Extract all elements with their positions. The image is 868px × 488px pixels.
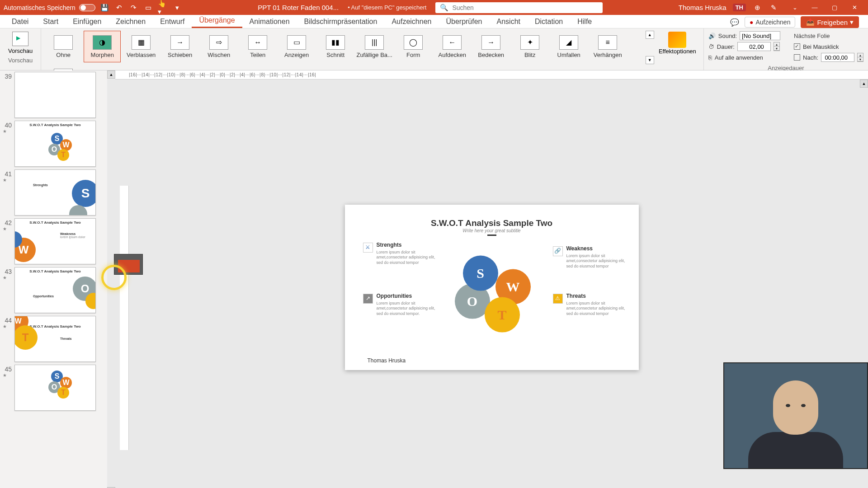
slide-subtitle[interactable]: Write here your great subtitle: [363, 228, 621, 236]
gallery-scroll-down[interactable]: ▼: [646, 56, 654, 64]
trans-morphen[interactable]: ◑Morphen: [84, 31, 121, 62]
trans-schnitt[interactable]: ▮▮Schnitt: [317, 31, 354, 62]
group-timing: 🔊Sound: ⏱Dauer: ▲▼ ⎘Auf alle anwenden Nä…: [704, 28, 868, 70]
trans-zufaellig[interactable]: |||Zufällige Ba...: [356, 31, 393, 62]
tab-ansicht[interactable]: Ansicht: [490, 15, 528, 28]
thumb-num-44: 44: [3, 316, 12, 324]
tab-uebergaenge[interactable]: Übergänge: [192, 14, 242, 28]
editor-scroll-up[interactable]: ▲: [860, 80, 868, 88]
thumb-num-42: 42: [3, 218, 12, 226]
on-click-checkbox[interactable]: [794, 43, 800, 50]
thumb-43[interactable]: S.W.O.T Analysis Sample TwoOpportunities…: [14, 267, 96, 313]
after-up[interactable]: ▲: [858, 53, 863, 57]
save-icon[interactable]: 💾: [100, 3, 110, 13]
thumb-42[interactable]: S.W.O.T Analysis Sample TwoWeaknesslorem…: [14, 218, 96, 264]
swot-s-circle[interactable]: S: [463, 256, 498, 291]
trans-bedecken[interactable]: →Bedecken: [472, 31, 509, 62]
effect-options-icon: [668, 32, 686, 48]
swot-t-circle[interactable]: T: [485, 297, 520, 333]
slide-canvas[interactable]: S.W.O.T Analysis Sample Two Write here y…: [345, 205, 639, 370]
tab-entwurf[interactable]: Entwurf: [153, 15, 192, 28]
tab-praesentation[interactable]: Bildschirmpräsentation: [297, 15, 385, 28]
after-input[interactable]: [821, 53, 854, 62]
close-button[interactable]: ✕: [844, 1, 864, 14]
thumb-39[interactable]: [14, 72, 96, 118]
search-box[interactable]: 🔍: [435, 2, 603, 13]
qat-more-icon[interactable]: ▾: [172, 3, 182, 13]
slide-title[interactable]: S.W.O.T Analysis Sample Two: [363, 218, 621, 228]
pen-icon[interactable]: ✎: [769, 3, 778, 13]
trans-form[interactable]: ◯Form: [395, 31, 432, 62]
user-name[interactable]: Thomas Hruska: [679, 4, 726, 11]
thumb-44[interactable]: S.W.O.T Analysis Sample TwoThreatsWT: [14, 316, 96, 362]
tab-einfuegen[interactable]: Einfügen: [66, 15, 108, 28]
effect-options-label: Effektoptionen: [659, 48, 696, 55]
duration-up[interactable]: ▲: [774, 42, 779, 47]
search-input[interactable]: [452, 4, 598, 11]
tab-start[interactable]: Start: [36, 15, 66, 28]
undo-icon[interactable]: ↶: [114, 3, 124, 13]
tab-aufzeichnen[interactable]: Aufzeichnen: [384, 15, 439, 28]
trans-umfallen[interactable]: ◢Umfallen: [550, 31, 587, 62]
maximize-button[interactable]: ▢: [825, 1, 844, 14]
trans-verblassen[interactable]: ▦Verblassen: [123, 31, 160, 62]
duration-down[interactable]: ▼: [774, 47, 779, 51]
trans-wischen[interactable]: ⇨Wischen: [200, 31, 237, 62]
group-preview: Vorschau Vorschau: [0, 28, 41, 70]
thumb-num-40: 40: [3, 121, 12, 129]
opportunity-icon: ↗: [363, 294, 373, 304]
touch-icon[interactable]: 👆▾: [158, 3, 168, 13]
swot-o-text[interactable]: ↗OpportunitiesLorem ipsum dolor sit amet…: [377, 293, 438, 317]
preview-group-label: Vorschau: [8, 56, 33, 64]
minimize-button[interactable]: —: [805, 1, 825, 14]
trans-teilen[interactable]: ↔Teilen: [239, 31, 276, 62]
trans-anzeigen[interactable]: ▭Anzeigen: [278, 31, 315, 62]
trans-schieben[interactable]: →Schieben: [161, 31, 198, 62]
toggle-switch[interactable]: [79, 4, 95, 11]
swot-w-text[interactable]: 🔗WeaknessLorem ipsum dolor sit amet,cons…: [566, 245, 627, 269]
thumbs-scrollbar[interactable]: ▲ ▼: [107, 70, 115, 488]
swot-s-text[interactable]: ⚔StrenghtsLorem ipsum dolor sit amet,con…: [377, 242, 438, 266]
swot-diagram[interactable]: S W O T: [456, 256, 528, 328]
share-button[interactable]: 📤 Freigeben ▾: [801, 16, 859, 28]
sound-dropdown[interactable]: [740, 31, 780, 40]
redo-icon[interactable]: ↷: [129, 3, 139, 13]
tab-ueberpruefen[interactable]: Überprüfen: [439, 15, 489, 28]
thumb-num-43: 43: [3, 267, 12, 275]
globe-icon[interactable]: ⊕: [752, 3, 762, 13]
ruler-horizontal: |16|···|14|···|12|···|10|···|8|···|6|···…: [115, 70, 868, 80]
sound-label: Sound:: [718, 33, 737, 39]
autosave-toggle[interactable]: Automatisches Speichern: [4, 4, 95, 11]
after-down[interactable]: ▼: [858, 57, 863, 61]
tab-dictation[interactable]: Dictation: [528, 15, 570, 28]
apply-all-button[interactable]: ⎘Auf alle anwenden: [708, 52, 780, 63]
tab-zeichnen[interactable]: Zeichnen: [108, 15, 153, 28]
trans-aufdecken[interactable]: ←Aufdecken: [434, 31, 471, 62]
document-name: PPT 01 Roter Faden 004...: [258, 4, 339, 11]
trans-verhaengen[interactable]: ≡Verhängen: [589, 31, 626, 62]
thumbs-scroll-up[interactable]: ▲: [107, 70, 115, 79]
slideshow-icon[interactable]: ▭: [143, 3, 153, 13]
title-center: PPT 01 Roter Faden 004... • Auf "diesem …: [182, 2, 679, 13]
trans-ohne[interactable]: Ohne: [45, 31, 82, 62]
thumb-45[interactable]: SWOT: [14, 365, 96, 411]
after-checkbox[interactable]: [794, 54, 800, 61]
saved-status[interactable]: • Auf "diesem PC" gespeichert: [348, 4, 426, 11]
tab-animationen[interactable]: Animationen: [242, 15, 297, 28]
gallery-scroll-up[interactable]: ▲: [646, 31, 654, 39]
comments-icon[interactable]: 💬: [730, 18, 739, 27]
tab-hilfe[interactable]: Hilfe: [570, 15, 599, 28]
trans-blitz[interactable]: ✦Blitz: [511, 31, 548, 62]
duration-input[interactable]: [737, 42, 771, 51]
thumbnails-list[interactable]: 39 40★S.W.O.T Analysis Sample TwoSWOT 41…: [0, 70, 107, 488]
record-button[interactable]: ●Aufzeichnen: [745, 17, 796, 28]
user-avatar[interactable]: TH: [733, 4, 746, 11]
slide-author[interactable]: Thomas Hruska: [368, 357, 406, 364]
preview-button[interactable]: Vorschau: [3, 30, 38, 56]
ribbon-collapse-icon[interactable]: ⌄: [785, 1, 805, 14]
swot-t-text[interactable]: ⚠ThreatsLorem ipsum dolor sit amet,conse…: [566, 293, 627, 317]
tab-datei[interactable]: Datei: [5, 15, 36, 28]
title-bar: Automatisches Speichern 💾 ↶ ↷ ▭ 👆▾ ▾ PPT…: [0, 0, 868, 15]
thumb-41[interactable]: StrenghtsS: [14, 169, 96, 216]
thumb-40[interactable]: S.W.O.T Analysis Sample TwoSWOT: [14, 121, 96, 167]
